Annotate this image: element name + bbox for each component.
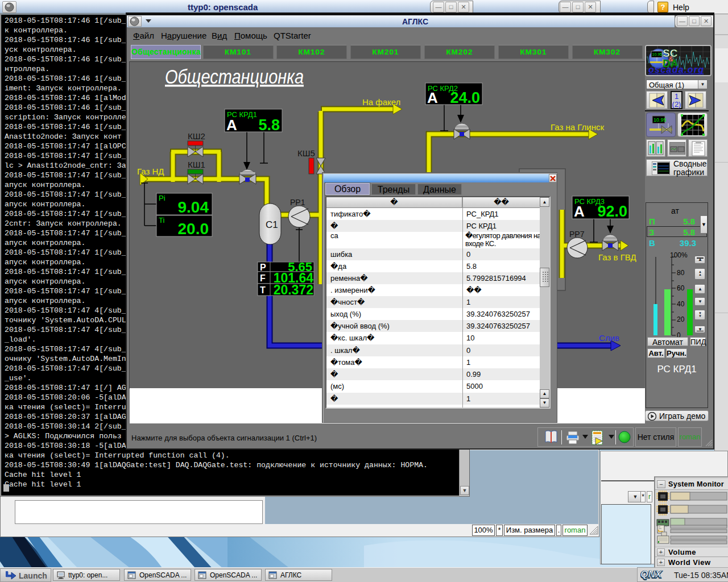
svg-text:Слив: Слив bbox=[599, 333, 619, 343]
svg-text:10.95: 10.95 bbox=[653, 117, 667, 123]
svg-text:40: 40 bbox=[677, 300, 685, 308]
svg-text:А: А bbox=[427, 89, 438, 106]
svg-text:P: P bbox=[260, 263, 266, 272]
svg-text:Ti: Ti bbox=[159, 216, 164, 225]
svg-text:20.0: 20.0 bbox=[178, 220, 209, 238]
svg-text:F: F bbox=[260, 273, 266, 283]
svg-text:КШ1: КШ1 bbox=[188, 160, 205, 169]
svg-text:На факел: На факел bbox=[362, 97, 400, 107]
svg-text:РР7: РР7 bbox=[569, 230, 585, 239]
svg-text:КШ2: КШ2 bbox=[188, 131, 205, 141]
svg-text:А: А bbox=[226, 117, 237, 134]
svg-text:24.0: 24.0 bbox=[450, 89, 480, 106]
svg-text:Газ НД: Газ НД bbox=[137, 167, 164, 176]
svg-text:10.95: 10.95 bbox=[652, 52, 663, 56]
svg-text:РР1: РР1 bbox=[290, 198, 305, 207]
svg-text:92.0: 92.0 bbox=[597, 203, 627, 220]
svg-text:С1: С1 bbox=[266, 219, 278, 230]
svg-text:5.8: 5.8 bbox=[258, 117, 280, 134]
svg-text:Общестанционка: Общестанционка bbox=[165, 65, 304, 88]
svg-text:T: T bbox=[260, 285, 266, 295]
svg-text:oscada.org: oscada.org bbox=[648, 65, 704, 74]
svg-text:20: 20 bbox=[677, 315, 685, 323]
svg-text:А: А bbox=[574, 203, 585, 220]
svg-text:КШ5: КШ5 bbox=[297, 148, 315, 158]
svg-text:9.04: 9.04 bbox=[178, 198, 209, 216]
svg-text:Газ на Глинск: Газ на Глинск bbox=[551, 122, 604, 132]
svg-text:Газ в ГВД: Газ в ГВД bbox=[598, 252, 636, 262]
svg-text:Pi: Pi bbox=[159, 194, 166, 202]
svg-text:QNX: QNX bbox=[640, 569, 663, 580]
svg-text:80: 80 bbox=[677, 269, 685, 277]
svg-text:60: 60 bbox=[677, 284, 685, 292]
svg-text:20.372: 20.372 bbox=[274, 282, 313, 297]
